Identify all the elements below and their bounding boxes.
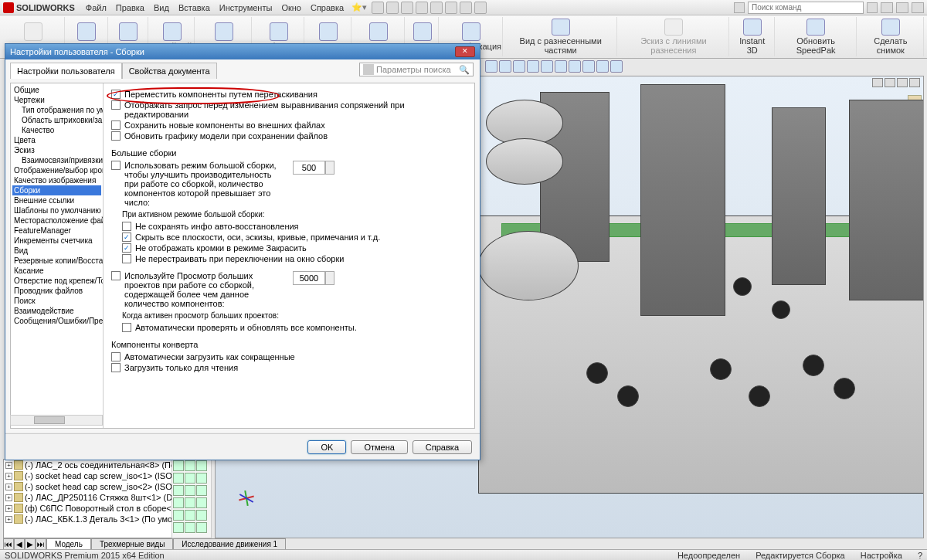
- options-tree-item[interactable]: Внешние ссылки: [12, 195, 101, 205]
- zoom-area-icon[interactable]: [499, 60, 511, 73]
- menu-edit[interactable]: Правка: [111, 2, 149, 14]
- state-icon[interactable]: [196, 485, 207, 496]
- options-tree-item[interactable]: Чертежи: [12, 95, 101, 105]
- qat-icon[interactable]: [474, 2, 487, 14]
- state-icon[interactable]: [173, 510, 184, 521]
- option-no-autorecover[interactable]: Не сохранять инфо авто-восстановления: [122, 222, 467, 231]
- help-icon[interactable]: [867, 2, 878, 13]
- options-tree-item[interactable]: Месторасположение файло: [12, 216, 101, 226]
- menu-dropdown-icon[interactable]: ⭐▾: [351, 2, 367, 12]
- state-icon[interactable]: [185, 460, 195, 471]
- qat-rebuild-icon[interactable]: [445, 2, 457, 14]
- options-tree-item[interactable]: Общие: [12, 85, 101, 95]
- view-settings-icon[interactable]: [610, 60, 623, 73]
- window-minimize-icon[interactable]: [881, 2, 893, 13]
- tab-document-properties[interactable]: Свойства документа: [122, 63, 217, 79]
- dialog-titlebar[interactable]: Настройки пользователя - Сборки ✕: [5, 44, 480, 59]
- ribbon-speedpak-button[interactable]: Обновить SpeedPak: [776, 17, 857, 56]
- scene-icon[interactable]: [596, 60, 609, 73]
- options-tree-item[interactable]: Тип отображения по ум: [12, 105, 101, 115]
- search-go-icon[interactable]: 🔍: [459, 65, 470, 75]
- option-prompt-mate-align[interactable]: Отображать запрос перед изменением вырав…: [111, 100, 467, 119]
- state-icon[interactable]: [196, 473, 207, 484]
- options-tree-item[interactable]: FeatureManager: [12, 226, 101, 236]
- options-tree-item[interactable]: Отверстие под крепеж/Tool: [12, 276, 101, 286]
- checkbox-icon[interactable]: [122, 243, 131, 253]
- menu-view[interactable]: Вид: [149, 2, 174, 14]
- checkbox-icon[interactable]: [122, 323, 131, 332]
- menu-help[interactable]: Справка: [306, 2, 348, 14]
- option-auto-check-update[interactable]: Автоматически проверять и обновлять все …: [122, 323, 467, 332]
- state-icon[interactable]: [173, 485, 184, 496]
- state-icon[interactable]: [173, 460, 184, 471]
- menu-tools[interactable]: Инструменты: [215, 2, 277, 14]
- qat-print-icon[interactable]: [416, 2, 428, 14]
- option-save-external[interactable]: Сохранить новые компоненты во внешних фа…: [111, 120, 467, 130]
- search-icon[interactable]: [734, 2, 745, 13]
- ribbon-instant3d-button[interactable]: Instant 3D: [731, 17, 775, 56]
- option-update-graphics[interactable]: Обновить графику модели при сохранении ф…: [111, 131, 467, 141]
- option-load-readonly[interactable]: Загрузить только для чтения: [111, 363, 467, 372]
- state-icon[interactable]: [185, 485, 195, 496]
- state-icon[interactable]: [185, 510, 195, 521]
- checkbox-icon[interactable]: [111, 363, 121, 372]
- options-tree-item[interactable]: Сообщения/Ошибки/Преду: [12, 316, 101, 326]
- large-assembly-threshold-input[interactable]: [293, 161, 325, 175]
- options-tree-item[interactable]: Поиск: [12, 296, 101, 306]
- checkbox-icon[interactable]: [122, 254, 131, 263]
- checkbox-icon[interactable]: [122, 222, 131, 231]
- option-large-design-review[interactable]: Используйте Просмотр больших проектов пр…: [111, 271, 467, 308]
- window-restore-icon[interactable]: [896, 2, 908, 13]
- checkbox-icon[interactable]: [111, 271, 121, 280]
- state-icon[interactable]: [196, 522, 207, 533]
- zoom-fit-icon[interactable]: [485, 60, 497, 73]
- state-icon[interactable]: [196, 460, 207, 471]
- menu-file[interactable]: Файл: [81, 2, 111, 14]
- options-tree-item[interactable]: Качество: [12, 125, 101, 135]
- options-tree-item[interactable]: Вид: [12, 246, 101, 256]
- options-category-tree[interactable]: ОбщиеЧертежиТип отображения по умОбласть…: [11, 83, 104, 428]
- state-icon[interactable]: [173, 522, 184, 533]
- options-tree-item[interactable]: Отображение/выбор кромк: [12, 165, 101, 175]
- options-tree-item[interactable]: Шаблоны по умолчанию: [12, 205, 101, 216]
- option-no-rebuild-switch[interactable]: Не перестраивать при переключении на окн…: [122, 254, 467, 263]
- checkbox-icon[interactable]: [122, 232, 131, 242]
- options-tree-item[interactable]: Сборки: [12, 185, 101, 195]
- ok-button[interactable]: OK: [307, 440, 346, 454]
- checkbox-icon[interactable]: [111, 100, 121, 110]
- tab-user-settings[interactable]: Настройки пользователя: [10, 63, 122, 79]
- options-tree-item[interactable]: Касание: [12, 266, 101, 276]
- help-button[interactable]: Справка: [413, 440, 472, 454]
- qat-undo-icon[interactable]: [430, 2, 443, 14]
- command-search-input[interactable]: [748, 2, 864, 14]
- checkbox-icon[interactable]: [111, 90, 121, 99]
- appearance-icon[interactable]: [582, 60, 595, 73]
- hide-show-icon[interactable]: [569, 60, 581, 73]
- tree-h-scrollbar[interactable]: [10, 415, 103, 426]
- section-icon[interactable]: [527, 60, 539, 73]
- options-tree-item[interactable]: Инкременты счетчика: [12, 236, 101, 246]
- state-icon[interactable]: [185, 522, 195, 533]
- checkbox-icon[interactable]: [111, 120, 121, 130]
- qat-save-icon[interactable]: [401, 2, 413, 14]
- options-tree-item[interactable]: Область штриховки/зап: [12, 115, 101, 125]
- menu-insert[interactable]: Вставка: [174, 2, 215, 14]
- ribbon-snapshot-button[interactable]: Сделать снимок: [858, 17, 924, 56]
- ribbon-exploded-button[interactable]: Вид с разнесенными частями: [504, 17, 617, 56]
- view-orientation-icon[interactable]: [541, 60, 553, 73]
- options-tree-item[interactable]: Проводник файлов: [12, 286, 101, 296]
- spinner-icon[interactable]: [325, 161, 334, 175]
- options-tree-item[interactable]: Цвета: [12, 135, 101, 145]
- option-auto-load-lightweight[interactable]: Автоматически загрузить как сокращенные: [111, 352, 467, 361]
- window-close-icon[interactable]: [912, 2, 924, 13]
- cancel-button[interactable]: Отмена: [351, 440, 407, 454]
- options-tree-item[interactable]: Эскиз: [12, 145, 101, 155]
- checkbox-icon[interactable]: [111, 161, 121, 170]
- options-tree-item[interactable]: Резервные копии/Восстан: [12, 256, 101, 266]
- option-move-by-drag[interactable]: Переместить компоненты путем перетаскива…: [111, 90, 467, 99]
- spinner-icon[interactable]: [325, 271, 334, 285]
- option-hide-all-planes[interactable]: Скрыть все плоскости, оси, эскизы, кривы…: [122, 232, 467, 242]
- dialog-close-button[interactable]: ✕: [455, 46, 475, 57]
- display-style-icon[interactable]: [555, 60, 567, 73]
- qat-new-icon[interactable]: [372, 2, 384, 14]
